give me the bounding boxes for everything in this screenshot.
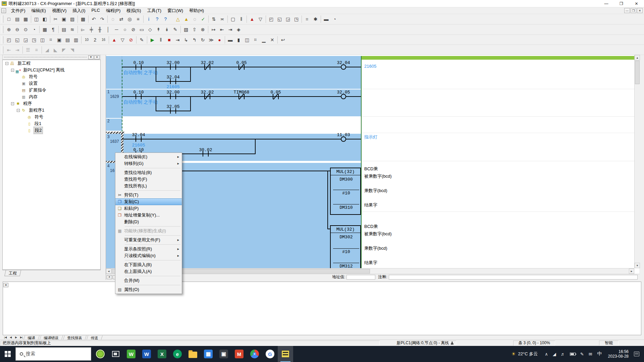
panel-grip[interactable] — [4, 57, 87, 58]
paste-icon[interactable]: ▨ — [68, 15, 76, 23]
excel-icon[interactable]: X — [154, 346, 170, 362]
output-tab-编译错误[interactable]: 编译错误 — [40, 336, 63, 340]
rung-comment-text[interactable]: 自动控制 之手动 — [123, 99, 158, 105]
tree-item-新程序1[interactable]: −↻新程序1 — [3, 107, 100, 114]
mdi-minimize-button[interactable]: — — [624, 8, 630, 13]
force-cancel-icon[interactable]: ⊘ — [127, 36, 135, 44]
tree-item-内存[interactable]: ▥内存 — [3, 94, 100, 100]
wechat-icon[interactable]: W — [123, 346, 139, 362]
diff-up-icon[interactable]: ↟ — [154, 25, 163, 34]
diff-4-icon[interactable]: ◥ — [68, 46, 76, 54]
expand-icon[interactable]: − — [11, 69, 14, 72]
new-icon[interactable]: □ — [5, 15, 13, 23]
expand-icon[interactable]: − — [11, 102, 14, 105]
watch-icon[interactable]: ◎ — [125, 15, 134, 23]
contact-no[interactable] — [170, 64, 176, 70]
diff-2-icon[interactable]: ◣ — [51, 46, 60, 54]
io-table-icon[interactable]: ⌗ — [303, 15, 311, 23]
bookmark-icon[interactable]: ◈ — [234, 25, 243, 34]
contact-nc[interactable] — [273, 94, 279, 99]
tree-item-程序[interactable]: −✱程序 — [3, 100, 100, 107]
transfer-icon[interactable]: ⇅ — [210, 15, 218, 23]
menu-模拟(S)[interactable]: 模拟(S) — [123, 7, 144, 14]
force-reset-icon[interactable]: ▽ — [118, 36, 127, 44]
next-icon[interactable]: ⇥ — [226, 25, 234, 34]
notification-center-icon[interactable] — [634, 352, 639, 356]
find-replace-icon[interactable]: ⇄ — [117, 15, 125, 23]
menu-PLC[interactable]: PLC — [89, 7, 103, 14]
undo-icon[interactable]: ↶ — [90, 15, 98, 23]
battery-icon[interactable] — [570, 353, 576, 356]
instruction-block-mul[interactable]: MUL(32) DM300 #10 DM310 — [330, 168, 361, 215]
chrome-icon[interactable] — [247, 346, 262, 362]
paste-rung-icon[interactable]: ▩ — [79, 15, 87, 23]
back-icon[interactable]: ↩ — [279, 36, 287, 44]
monitor-window-icon[interactable]: ▥ — [72, 36, 80, 44]
tree-item-扩展指令[interactable]: ▤扩展指令 — [3, 87, 100, 94]
contact-nc[interactable] — [204, 94, 210, 99]
hex-view-icon[interactable]: 16 — [99, 36, 108, 44]
output-window-icon[interactable]: ◳ — [30, 36, 38, 44]
taskbar-clock[interactable]: 16:56 2023-08-28 — [608, 349, 629, 359]
cancel-edit-icon[interactable]: ⊗ — [199, 25, 207, 34]
context-menu-item-转移到(G)[interactable]: 转移到(G)► — [115, 160, 182, 167]
minimize-all-icon[interactable]: ▁ — [260, 36, 268, 44]
select-tool-icon[interactable]: ▻ — [79, 25, 87, 34]
invert-icon[interactable]: ◇ — [146, 25, 154, 34]
output-coil[interactable] — [341, 64, 346, 70]
new-closed-contact-icon[interactable]: ╫ — [96, 25, 104, 34]
context-menu-item-合并(M)[interactable]: 合并(M) — [115, 277, 182, 284]
cascade-icon[interactable]: ◫ — [243, 36, 251, 44]
binary-view-icon[interactable]: 2 — [91, 36, 99, 44]
detail-view-icon[interactable]: ≡ — [32, 46, 41, 54]
find-all-icon[interactable]: ≡ — [134, 15, 142, 23]
restore-button[interactable]: ❐ — [614, 0, 629, 7]
context-menu-item-删除(D)[interactable]: 删除(D) — [115, 219, 182, 225]
menu-窗口(W)[interactable]: 窗口(W) — [164, 7, 186, 14]
close-button[interactable]: ✕ — [629, 0, 644, 7]
tab-project[interactable]: 工程 — [4, 270, 21, 276]
force-off-icon[interactable]: ▽ — [256, 15, 265, 23]
zoom-selection-icon[interactable]: ⊙ — [21, 25, 30, 34]
contact-no[interactable] — [136, 94, 142, 99]
symbol-table-icon[interactable]: ▤ — [60, 25, 68, 34]
context-menu-item-属性(O)[interactable]: ▤属性(O) — [115, 286, 182, 293]
set-value-icon[interactable]: ✎ — [138, 36, 146, 44]
help-icon[interactable]: ? — [153, 15, 161, 23]
contact-nc[interactable] — [238, 94, 245, 99]
context-menu-item-在上面插入(A)[interactable]: 在上面插入(A) — [115, 268, 182, 275]
tree-item-符号[interactable]: ◎符号 — [3, 73, 100, 80]
operand[interactable]: #10 — [333, 248, 359, 254]
context-menu-item-查找符号(F)[interactable]: 查找符号(F) — [115, 176, 182, 183]
vertical-scrollbar[interactable]: ▲ ▼ — [634, 55, 640, 268]
context-menu-item-查找位地址(B)[interactable]: 查找位地址(B) — [115, 169, 182, 176]
diff-1-icon[interactable]: ◢ — [43, 46, 51, 54]
vertical-line-icon[interactable]: │ — [104, 25, 112, 34]
send-changes-icon[interactable]: ⇧ — [190, 25, 199, 34]
mdi-close-button[interactable]: ✕ — [637, 8, 643, 13]
diff-down-icon[interactable]: ↡ — [163, 25, 171, 34]
menu-文件(F)[interactable]: 文件(F) — [8, 7, 29, 14]
memory-view-icon[interactable]: ▬ — [322, 15, 330, 23]
g-app-icon[interactable]: G — [262, 346, 278, 362]
cut-icon[interactable]: ✂ — [51, 15, 60, 23]
compile-icon[interactable]: △ — [174, 15, 182, 23]
online-search-icon[interactable]: ◌ — [191, 15, 199, 23]
menu-编辑(E)[interactable]: 编辑(E) — [29, 7, 49, 14]
step-in-icon[interactable]: ↳ — [182, 36, 190, 44]
language-indicator[interactable]: 中 — [597, 351, 602, 357]
window-watch-icon[interactable]: ◲ — [284, 15, 292, 23]
previous-icon[interactable]: ⇤ — [218, 25, 226, 34]
zoom-in-icon[interactable]: ⊕ — [5, 25, 13, 34]
panel-dropdown-icon[interactable]: ▼ — [88, 55, 94, 59]
instruction-block-mul[interactable]: MUL(32) DM302 #10 DM312 — [330, 225, 361, 268]
context-menu-item-显示条按照(R)[interactable]: 显示条按照(R)► — [115, 246, 182, 252]
tree-item-新工程[interactable]: −品新工程 — [3, 60, 100, 67]
new-instruction-icon[interactable]: ▭ — [138, 25, 146, 34]
contact-no[interactable] — [170, 108, 176, 114]
output-close-icon[interactable]: ✕ — [3, 283, 8, 287]
print-icon[interactable]: ◫ — [32, 15, 41, 23]
new-contact-icon[interactable]: ╪ — [87, 25, 96, 34]
diff-3-icon[interactable]: ◤ — [60, 46, 68, 54]
output-symbol-label[interactable]: 21605 — [364, 64, 376, 69]
